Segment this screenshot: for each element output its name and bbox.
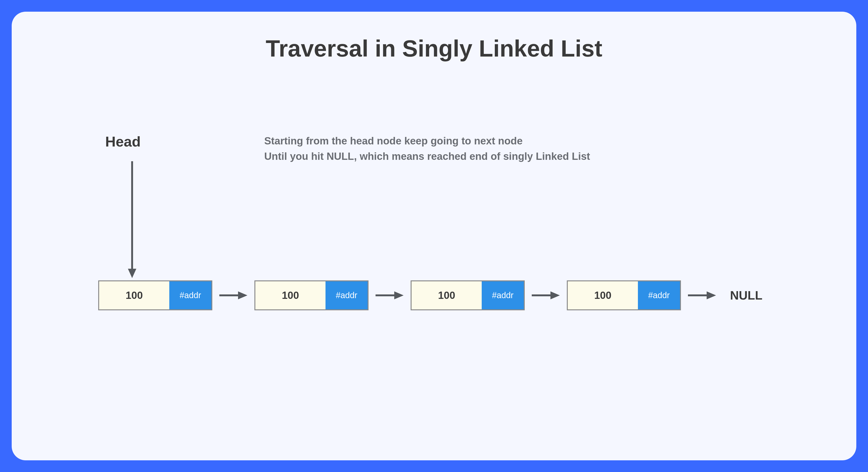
svg-marker-3	[238, 291, 247, 299]
null-label: NULL	[730, 288, 763, 302]
node-addr: #addr	[326, 281, 368, 309]
arrow-right-icon	[376, 290, 404, 301]
node-value: 100	[255, 281, 326, 309]
node-value: 100	[411, 281, 482, 309]
linked-list-node: 100 #addr	[567, 280, 681, 310]
diagram-title: Traversal in Singly Linked List	[266, 35, 602, 62]
node-value: 100	[99, 281, 169, 309]
svg-marker-5	[394, 291, 404, 299]
description-line-1: Starting from the head node keep going t…	[264, 133, 590, 148]
head-arrow-icon	[125, 161, 139, 278]
linked-list-node: 100 #addr	[254, 280, 369, 310]
node-value: 100	[568, 281, 638, 309]
description-line-2: Until you hit NULL, which means reached …	[264, 148, 590, 164]
linked-list-node: 100 #addr	[98, 280, 212, 310]
node-addr: #addr	[638, 281, 680, 309]
linked-list-node: 100 #addr	[411, 280, 525, 310]
svg-marker-7	[551, 291, 560, 299]
arrow-right-icon	[532, 290, 560, 301]
diagram-canvas: Traversal in Singly Linked List Head Sta…	[12, 12, 856, 460]
arrow-right-icon	[219, 290, 247, 301]
diagram-description: Starting from the head node keep going t…	[264, 133, 590, 164]
svg-marker-1	[128, 269, 136, 278]
node-addr: #addr	[169, 281, 211, 309]
nodes-container: 100 #addr 100 #addr 100 #addr 100 #addr	[98, 280, 763, 310]
node-addr: #addr	[482, 281, 524, 309]
head-label: Head	[105, 133, 141, 150]
arrow-right-icon	[688, 290, 716, 301]
svg-marker-9	[707, 291, 716, 299]
